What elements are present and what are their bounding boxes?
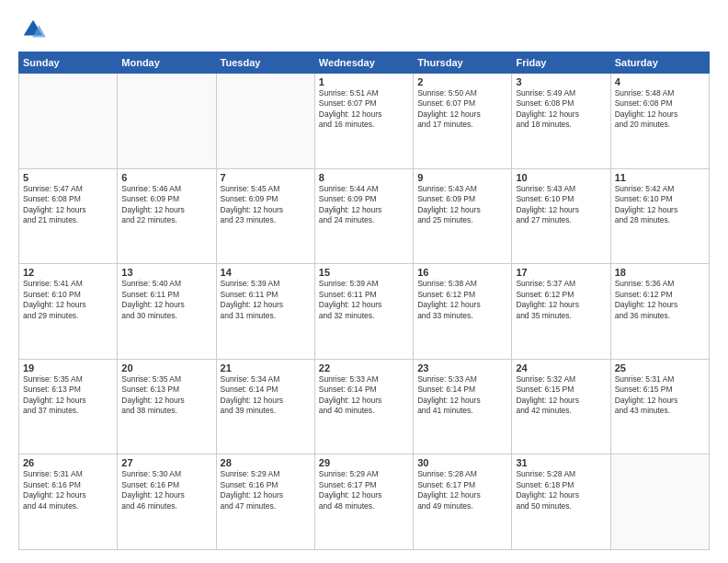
col-header-friday: Friday [512,52,610,74]
calendar-cell: 22Sunrise: 5:33 AMSunset: 6:14 PMDayligh… [314,359,413,454]
day-number: 2 [417,76,507,87]
calendar-cell: 17Sunrise: 5:37 AMSunset: 6:12 PMDayligh… [512,264,610,360]
calendar-cell: 27Sunrise: 5:30 AMSunset: 6:16 PMDayligh… [118,454,216,550]
calendar-cell: 29Sunrise: 5:29 AMSunset: 6:17 PMDayligh… [314,454,413,550]
day-number: 17 [516,267,606,278]
calendar-cell: 4Sunrise: 5:48 AMSunset: 6:08 PMDaylight… [610,74,709,169]
day-number: 3 [516,76,606,87]
calendar-cell: 10Sunrise: 5:43 AMSunset: 6:10 PMDayligh… [512,168,610,264]
day-number: 12 [23,267,113,278]
day-number: 18 [615,267,705,278]
calendar-cell: 20Sunrise: 5:35 AMSunset: 6:13 PMDayligh… [118,359,216,454]
cell-info: Sunrise: 5:36 AMSunset: 6:12 PMDaylight:… [615,279,705,321]
calendar-cell: 5Sunrise: 5:47 AMSunset: 6:08 PMDaylight… [19,168,118,264]
day-number: 22 [319,362,409,373]
cell-info: Sunrise: 5:31 AMSunset: 6:15 PMDaylight:… [615,374,705,417]
cell-info: Sunrise: 5:49 AMSunset: 6:08 PMDaylight:… [516,88,606,131]
cell-info: Sunrise: 5:42 AMSunset: 6:10 PMDaylight:… [615,184,705,226]
cell-info: Sunrise: 5:41 AMSunset: 6:10 PMDaylight:… [23,279,113,321]
col-header-tuesday: Tuesday [216,52,314,74]
cell-info: Sunrise: 5:29 AMSunset: 6:17 PMDaylight:… [319,469,409,511]
calendar-week-1: 1Sunrise: 5:51 AMSunset: 6:07 PMDaylight… [19,74,710,169]
day-number: 4 [615,76,705,87]
calendar-cell: 16Sunrise: 5:38 AMSunset: 6:12 PMDayligh… [414,264,512,360]
cell-info: Sunrise: 5:39 AMSunset: 6:11 PMDaylight:… [221,279,311,321]
calendar-header-row: SundayMondayTuesdayWednesdayThursdayFrid… [19,52,710,74]
calendar-cell: 11Sunrise: 5:42 AMSunset: 6:10 PMDayligh… [610,168,709,264]
day-number: 16 [417,267,507,278]
cell-info: Sunrise: 5:43 AMSunset: 6:10 PMDaylight:… [516,184,606,226]
day-number: 10 [516,172,606,183]
day-number: 25 [615,362,705,373]
day-number: 19 [23,362,113,373]
cell-info: Sunrise: 5:34 AMSunset: 6:14 PMDaylight:… [221,374,311,417]
day-number: 23 [417,362,507,373]
calendar-cell: 19Sunrise: 5:35 AMSunset: 6:13 PMDayligh… [19,359,118,454]
calendar-week-3: 12Sunrise: 5:41 AMSunset: 6:10 PMDayligh… [19,264,710,360]
calendar-cell: 14Sunrise: 5:39 AMSunset: 6:11 PMDayligh… [216,264,314,360]
day-number: 30 [417,457,507,468]
calendar-cell [118,74,216,169]
calendar-cell: 2Sunrise: 5:50 AMSunset: 6:07 PMDaylight… [414,74,512,169]
day-number: 24 [516,362,606,373]
calendar-week-5: 26Sunrise: 5:31 AMSunset: 6:16 PMDayligh… [19,454,710,550]
cell-info: Sunrise: 5:47 AMSunset: 6:08 PMDaylight:… [23,184,113,226]
calendar-cell [19,74,118,169]
calendar-cell: 21Sunrise: 5:34 AMSunset: 6:14 PMDayligh… [216,359,314,454]
cell-info: Sunrise: 5:35 AMSunset: 6:13 PMDaylight:… [23,374,113,417]
cell-info: Sunrise: 5:35 AMSunset: 6:13 PMDaylight:… [121,374,211,417]
col-header-sunday: Sunday [19,52,118,74]
col-header-monday: Monday [118,52,216,74]
page: SundayMondayTuesdayWednesdayThursdayFrid… [0,0,728,563]
calendar-cell: 12Sunrise: 5:41 AMSunset: 6:10 PMDayligh… [19,264,118,360]
col-header-wednesday: Wednesday [314,52,413,74]
day-number: 28 [221,457,311,468]
cell-info: Sunrise: 5:48 AMSunset: 6:08 PMDaylight:… [615,88,705,131]
day-number: 21 [221,362,311,373]
day-number: 11 [615,172,705,183]
day-number: 7 [221,172,311,183]
cell-info: Sunrise: 5:28 AMSunset: 6:17 PMDaylight:… [417,469,507,511]
calendar-cell: 30Sunrise: 5:28 AMSunset: 6:17 PMDayligh… [414,454,512,550]
day-number: 8 [319,172,409,183]
calendar-cell: 26Sunrise: 5:31 AMSunset: 6:16 PMDayligh… [19,454,118,550]
day-number: 5 [23,172,113,183]
cell-info: Sunrise: 5:51 AMSunset: 6:07 PMDaylight:… [319,88,409,131]
day-number: 27 [121,457,211,468]
calendar-cell: 13Sunrise: 5:40 AMSunset: 6:11 PMDayligh… [118,264,216,360]
calendar-cell: 24Sunrise: 5:32 AMSunset: 6:15 PMDayligh… [512,359,610,454]
cell-info: Sunrise: 5:39 AMSunset: 6:11 PMDaylight:… [319,279,409,321]
calendar-cell: 18Sunrise: 5:36 AMSunset: 6:12 PMDayligh… [610,264,709,360]
calendar-cell: 6Sunrise: 5:46 AMSunset: 6:09 PMDaylight… [118,168,216,264]
calendar-cell: 3Sunrise: 5:49 AMSunset: 6:08 PMDaylight… [512,74,610,169]
calendar-cell: 1Sunrise: 5:51 AMSunset: 6:07 PMDaylight… [314,74,413,169]
day-number: 29 [319,457,409,468]
cell-info: Sunrise: 5:33 AMSunset: 6:14 PMDaylight:… [417,374,507,417]
logo-icon [20,17,46,42]
col-header-thursday: Thursday [414,52,512,74]
calendar-cell: 7Sunrise: 5:45 AMSunset: 6:09 PMDaylight… [216,168,314,264]
calendar-cell: 28Sunrise: 5:29 AMSunset: 6:16 PMDayligh… [216,454,314,550]
header [18,17,710,42]
day-number: 15 [319,267,409,278]
day-number: 1 [319,76,409,87]
calendar-week-2: 5Sunrise: 5:47 AMSunset: 6:08 PMDaylight… [19,168,710,264]
day-number: 13 [121,267,211,278]
cell-info: Sunrise: 5:50 AMSunset: 6:07 PMDaylight:… [417,88,507,131]
day-number: 9 [417,172,507,183]
cell-info: Sunrise: 5:44 AMSunset: 6:09 PMDaylight:… [319,184,409,226]
cell-info: Sunrise: 5:43 AMSunset: 6:09 PMDaylight:… [417,184,507,226]
cell-info: Sunrise: 5:37 AMSunset: 6:12 PMDaylight:… [516,279,606,321]
cell-info: Sunrise: 5:32 AMSunset: 6:15 PMDaylight:… [516,374,606,417]
calendar-cell: 9Sunrise: 5:43 AMSunset: 6:09 PMDaylight… [414,168,512,264]
cell-info: Sunrise: 5:31 AMSunset: 6:16 PMDaylight:… [23,469,113,511]
calendar-cell [216,74,314,169]
calendar-cell [610,454,709,550]
calendar-cell: 31Sunrise: 5:28 AMSunset: 6:18 PMDayligh… [512,454,610,550]
day-number: 26 [23,457,113,468]
day-number: 31 [516,457,606,468]
cell-info: Sunrise: 5:46 AMSunset: 6:09 PMDaylight:… [121,184,211,226]
col-header-saturday: Saturday [610,52,709,74]
cell-info: Sunrise: 5:38 AMSunset: 6:12 PMDaylight:… [417,279,507,321]
cell-info: Sunrise: 5:30 AMSunset: 6:16 PMDaylight:… [121,469,211,511]
